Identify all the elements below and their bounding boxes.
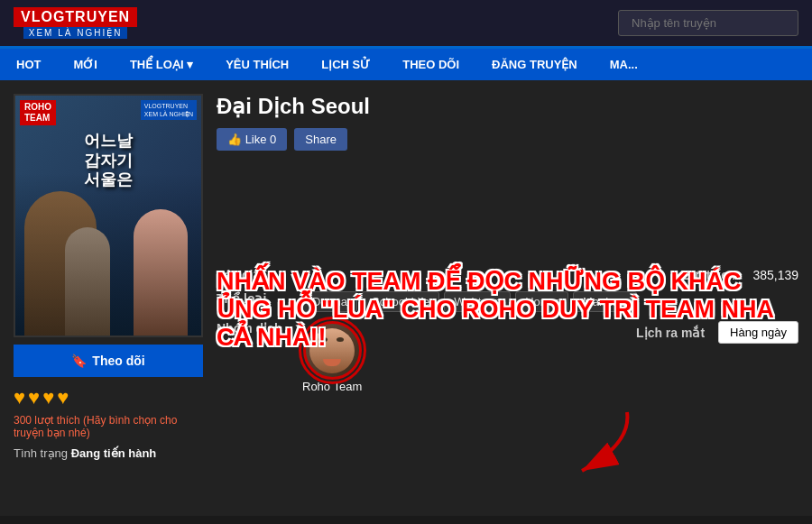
roho-badge: ROHO TEAM — [20, 100, 56, 125]
nhom-dich-content: Roho Team — [302, 321, 604, 393]
nav-ma[interactable]: MA... — [594, 49, 654, 80]
team-avatar-wrapper — [303, 321, 362, 380]
follow-button[interactable]: 🔖 Theo dõi — [14, 345, 203, 377]
tag-horror[interactable]: Horror — [515, 291, 568, 312]
genre-tags: Drama School Life Webtoon Horror Manhwa — [302, 291, 798, 312]
status-row: Tình trạng Đang tiến hành — [14, 446, 203, 460]
views-count: 385,139 — [752, 268, 798, 282]
action-buttons: 👍 Like 0 Share — [217, 128, 798, 151]
heart-2: ♥ — [28, 386, 40, 409]
manga-title: Đại Dịch Seoul — [217, 94, 798, 119]
main-content: ROHO TEAM VLOGTRUYEN XEM LÀ NGHIỆN 어느날갑자… — [0, 80, 812, 516]
nav-dang-truyen[interactable]: ĐĂNG TRUYỆN — [475, 49, 594, 80]
tag-manhwa[interactable]: Manhwa — [573, 291, 637, 312]
team-label[interactable]: Roho Team — [302, 321, 362, 393]
right-panel: Đại Dịch Seoul 👍 Like 0 Share NHẤN VÀO T… — [217, 94, 798, 502]
logo[interactable]: VLOGTRUYEN XEM LÀ NGHIỆN — [14, 7, 137, 39]
logo-top: VLOGTRUYEN — [14, 7, 137, 27]
bookmark-icon: 🔖 — [71, 354, 87, 368]
manga-cover: ROHO TEAM VLOGTRUYEN XEM LÀ NGHIỆN 어느날갑자… — [14, 94, 203, 337]
lich-ra-mat-area: Lịch ra mắt Hàng ngày — [618, 321, 798, 344]
heart-3: ♥ — [42, 386, 54, 409]
hearts-area: ♥ ♥ ♥ ♥ — [14, 386, 203, 409]
heart-1: ♥ — [14, 386, 25, 409]
heart-4: ♥ — [57, 386, 69, 409]
team-circle-border — [299, 317, 366, 384]
nav-hot[interactable]: HOT — [0, 49, 57, 80]
nav-theo-doi[interactable]: THEO DÕI — [386, 49, 475, 80]
navigation: HOT MỚI THỂ LOẠI YÊU THÍCH LỊCH SỬ THEO … — [0, 49, 812, 80]
tag-webtoon[interactable]: Webtoon — [444, 291, 511, 312]
red-arrow — [564, 408, 636, 483]
tag-drama[interactable]: Drama — [302, 291, 357, 312]
info-row-tac-gia: Tác giả Lượt xem 385,139 — [217, 268, 798, 282]
nav-the-loai[interactable]: THỂ LOẠI — [114, 49, 209, 80]
nav-yeu-thich[interactable]: YÊU THÍCH — [209, 49, 305, 80]
info-row-the-loai: Thể loại Drama School Life Webtoon Horro… — [217, 291, 798, 312]
lich-badge: Hàng ngày — [718, 321, 798, 344]
tag-school[interactable]: School Life — [362, 291, 439, 312]
site-badge: VLOGTRUYEN XEM LÀ NGHIỆN — [141, 100, 197, 120]
luot-xem-area: Lượt xem 385,139 — [618, 268, 798, 282]
nav-lich-su[interactable]: LỊCH SỬ — [305, 49, 386, 80]
like-button[interactable]: 👍 Like 0 — [217, 128, 287, 151]
logo-bottom: XEM LÀ NGHIỆN — [23, 27, 128, 39]
like-count: 300 lượt thích (Hãy bình chọn cho truyện… — [14, 414, 203, 439]
search-input[interactable] — [618, 10, 798, 36]
nav-moi[interactable]: MỚI — [57, 49, 113, 80]
left-panel: ROHO TEAM VLOGTRUYEN XEM LÀ NGHIỆN 어느날갑자… — [14, 94, 203, 502]
info-row-nhom-dich: Nhóm dịch — [217, 321, 798, 393]
info-section: NHẤN VÀO TEAM ĐỂ ĐỌC NHỮNG BỘ KHÁC ỦNG H… — [217, 268, 798, 502]
header: VLOGTRUYEN XEM LÀ NGHIỆN — [0, 0, 812, 49]
share-button[interactable]: Share — [294, 128, 347, 151]
info-rows: Tác giả Lượt xem 385,139 Thể loại Drama … — [217, 268, 798, 393]
